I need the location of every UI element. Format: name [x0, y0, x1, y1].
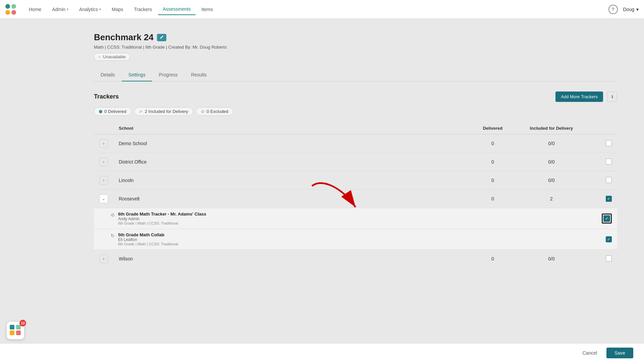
- include-roosevelt-checkbox[interactable]: [606, 196, 612, 202]
- table-row: ⌄ Roosevelt 0 2: [94, 190, 617, 208]
- sub-tracker-name-5th: 5th Grade Math Collab: [118, 232, 178, 237]
- sub-tracker-meta-5th: 6th Grade | Math | CCSS: Traditional: [118, 242, 178, 246]
- delivered-wilson: 0: [468, 250, 518, 268]
- save-button[interactable]: Save: [606, 348, 633, 358]
- nav-maps[interactable]: Maps: [107, 4, 128, 15]
- delivered-district: 0: [468, 153, 518, 171]
- include-demo-checkbox[interactable]: [606, 140, 612, 146]
- notification-badge: 10: [19, 320, 26, 326]
- expand-roosevelt-button[interactable]: ⌄: [99, 194, 108, 203]
- delivered-lincoln: 0: [468, 171, 518, 190]
- nav-assessments[interactable]: Assessments: [158, 4, 195, 15]
- app-logo[interactable]: [5, 4, 16, 15]
- analytics-chevron-icon: ▾: [99, 7, 101, 11]
- table-row: › District Office 0 0/0: [94, 153, 617, 171]
- included-roosevelt: 2: [518, 190, 585, 208]
- top-navigation: Home Admin ▾ Analytics ▾ Maps Trackers A…: [0, 0, 644, 19]
- include-wilson-checkbox[interactable]: [606, 255, 612, 261]
- tab-details[interactable]: Details: [94, 69, 122, 81]
- nav-admin[interactable]: Admin ▾: [47, 4, 73, 15]
- expand-demo-school-button[interactable]: ›: [99, 139, 108, 148]
- include-5th-tracker-checkbox[interactable]: [606, 236, 612, 242]
- nav-items[interactable]: Items: [197, 4, 218, 15]
- nav-analytics[interactable]: Analytics ▾: [74, 4, 106, 15]
- included-demo: 0/0: [518, 134, 585, 153]
- delivered-demo: 0: [468, 134, 518, 153]
- delivered-dot-icon: [99, 110, 102, 113]
- info-icon: ℹ: [611, 94, 613, 99]
- school-name-demo: Demo School: [113, 134, 468, 153]
- trackers-info-button[interactable]: ℹ: [607, 92, 617, 102]
- admin-chevron-icon: ▾: [67, 7, 68, 11]
- nav-trackers[interactable]: Trackers: [129, 4, 157, 15]
- tracker-refresh-icon: ↻: [111, 233, 115, 238]
- expand-lincoln-button[interactable]: ›: [99, 176, 108, 185]
- tab-progress[interactable]: Progress: [152, 69, 184, 81]
- col-expand: [94, 122, 113, 134]
- floating-app-icon[interactable]: 10: [7, 322, 27, 342]
- filter-included[interactable]: ✓ 2 Included for Delivery: [134, 107, 193, 116]
- tab-results[interactable]: Results: [184, 69, 213, 81]
- col-school-header: School: [113, 122, 468, 134]
- included-check-icon: ✓: [139, 109, 143, 114]
- include-lincoln-checkbox[interactable]: [606, 177, 612, 183]
- tab-settings[interactable]: Settings: [122, 69, 152, 81]
- expand-district-button[interactable]: ›: [99, 158, 108, 166]
- page-header: Benchmark 24 Math | CCSS: Traditional | …: [94, 32, 617, 61]
- highlighted-checkbox-container: ✓: [602, 214, 612, 224]
- user-menu-button[interactable]: Doug ▾: [623, 7, 639, 12]
- list-item: ⊘ 6th Grade Math Tracker - Mr. Adams' Cl…: [94, 208, 617, 229]
- checkmark-icon: ✓: [603, 215, 610, 222]
- school-name-district: District Office: [113, 153, 468, 171]
- edit-icon: [159, 35, 164, 40]
- sub-tracker-name-6th: 6th Grade Math Tracker - Mr. Adams' Clas…: [118, 212, 206, 217]
- sub-tracker-meta-6th: 6th Grade | Math | CCSS: Traditional: [118, 221, 206, 225]
- table-row: › Demo School 0 0/0: [94, 134, 617, 153]
- cancel-button[interactable]: Cancel: [577, 348, 602, 358]
- help-icon[interactable]: ?: [608, 5, 618, 14]
- nav-links: Home Admin ▾ Analytics ▾ Maps Trackers A…: [24, 4, 608, 15]
- school-name-wilson: Wilson: [113, 250, 468, 268]
- sub-tracker-admin-6th: Andy Admin: [118, 217, 206, 221]
- section-title: Trackers: [94, 93, 119, 100]
- table-row: › Wilson 0 0/0: [94, 250, 617, 268]
- included-lincoln: 0/0: [518, 171, 585, 190]
- include-district-checkbox[interactable]: [606, 159, 612, 165]
- page-footer: Cancel Save: [0, 343, 644, 362]
- included-district: 0/0: [518, 153, 585, 171]
- status-badge: Unavailable: [94, 53, 130, 61]
- expand-wilson-button[interactable]: ›: [99, 254, 108, 263]
- trackers-table: School Delivered Included for Delivery ›…: [94, 122, 617, 268]
- included-wilson: 0/0: [518, 250, 585, 268]
- include-6th-tracker-checkbox[interactable]: ✓: [602, 214, 612, 224]
- school-name-roosevelt: Roosevelt: [113, 190, 468, 208]
- add-more-trackers-button[interactable]: Add More Trackers: [555, 92, 603, 102]
- nav-right: ? Doug ▾: [608, 5, 639, 14]
- excluded-slash-icon: ⊘: [201, 109, 205, 114]
- col-delivered-header: Delivered: [468, 122, 518, 134]
- page-meta: Math | CCSS: Traditional | 6th Grade | C…: [94, 45, 617, 50]
- table-row: › Lincoln 0 0/0: [94, 171, 617, 190]
- edit-title-button[interactable]: [157, 34, 166, 41]
- delivered-roosevelt: 0: [468, 190, 518, 208]
- main-content: Benchmark 24 Math | CCSS: Traditional | …: [0, 19, 644, 362]
- filter-excluded[interactable]: ⊘ 0 Excluded: [196, 107, 233, 116]
- user-name: Doug: [623, 7, 634, 12]
- col-included-header: Included for Delivery: [518, 122, 585, 134]
- sub-tracker-admin-5th: Eli Leafton: [118, 237, 178, 242]
- school-name-lincoln: Lincoln: [113, 171, 468, 190]
- filter-delivered[interactable]: 0 Delivered: [94, 107, 131, 116]
- list-item: ↻ 5th Grade Math Collab Eli Leafton 6th …: [94, 229, 617, 250]
- tabs-bar: Details Settings Progress Results: [94, 69, 617, 81]
- nav-home[interactable]: Home: [24, 4, 46, 15]
- user-chevron-icon: ▾: [636, 7, 639, 12]
- trackers-section: Trackers Add More Trackers ℹ 0 Delivered…: [94, 92, 617, 268]
- col-check-header: [585, 122, 617, 134]
- tracker-check-icon: ⊘: [111, 212, 115, 218]
- filter-badges: 0 Delivered ✓ 2 Included for Delivery ⊘ …: [94, 107, 617, 116]
- page-title: Benchmark 24: [94, 32, 154, 43]
